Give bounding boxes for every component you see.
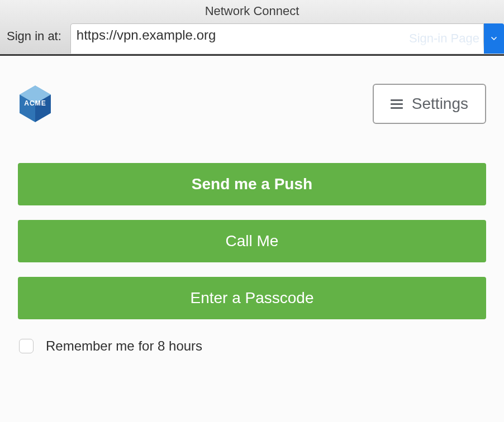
title-row: Network Connect	[0, 0, 504, 22]
window-header: Network Connect Sign in at: Sign-in Page	[0, 0, 504, 56]
brand-logo: ACME	[18, 85, 53, 123]
remember-checkbox[interactable]	[19, 339, 34, 353]
brand-logo-text: ACME	[24, 99, 46, 107]
chevron-down-icon	[489, 34, 498, 43]
settings-button[interactable]: Settings	[373, 84, 486, 124]
remember-row: Remember me for 8 hours	[18, 338, 486, 354]
remember-label[interactable]: Remember me for 8 hours	[46, 338, 202, 354]
url-row: Sign in at: Sign-in Page	[0, 22, 504, 54]
auth-panel: ACME Settings Send me a Push Call Me Ent…	[0, 56, 504, 422]
panel-header: ACME Settings	[18, 56, 486, 163]
signin-url-input[interactable]	[70, 23, 484, 54]
enter-passcode-button[interactable]: Enter a Passcode	[18, 277, 486, 319]
url-input-wrap: Sign-in Page	[70, 23, 504, 54]
settings-button-label: Settings	[412, 95, 468, 113]
url-dropdown-button[interactable]	[484, 23, 504, 54]
signin-at-label: Sign in at:	[0, 29, 70, 54]
window-title: Network Connect	[205, 4, 299, 18]
send-push-button[interactable]: Send me a Push	[18, 163, 486, 205]
hamburger-icon	[391, 99, 403, 109]
call-me-button[interactable]: Call Me	[18, 220, 486, 262]
